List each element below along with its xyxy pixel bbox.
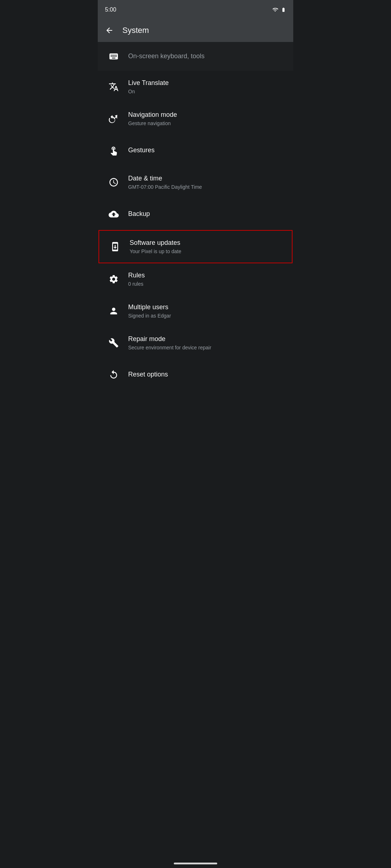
navigation-mode-item[interactable]: Navigation mode Gesture navigation [98,103,293,135]
repair-mode-item[interactable]: Repair mode Secure environment for devic… [98,327,293,359]
users-icon [105,302,122,320]
wifi-icon [272,7,279,13]
repair-icon [105,334,122,352]
live-translate-title: Live Translate [128,79,286,87]
backup-icon [105,205,122,223]
navigation-mode-icon [105,110,122,127]
translate-icon [105,78,122,95]
status-bar: 5:00 [98,0,293,19]
clock-icon [105,174,122,191]
reset-icon [105,366,122,383]
page-title: System [122,26,149,35]
gestures-item[interactable]: Gestures [98,135,293,166]
multiple-users-subtitle: Signed in as Edgar [128,312,286,319]
toolbar: System [98,19,293,42]
battery-icon [281,7,286,13]
partial-top-item[interactable]: On-screen keyboard, tools [98,42,293,71]
keyboard-icon [105,48,122,65]
rules-item[interactable]: Rules 0 rules [98,263,293,295]
backup-title: Backup [128,210,286,218]
back-icon [105,26,114,35]
gestures-title: Gestures [128,146,286,154]
software-update-icon [106,238,124,255]
settings-list: Live Translate On Navigation mode Gestur… [98,71,293,391]
software-updates-subtitle: Your Pixel is up to date [130,248,285,255]
multiple-users-title: Multiple users [128,303,286,311]
software-updates-title: Software updates [130,239,285,247]
back-button[interactable] [104,25,115,36]
date-time-subtitle: GMT-07:00 Pacific Daylight Time [128,184,286,190]
status-icons [272,7,286,13]
navigation-mode-title: Navigation mode [128,111,286,119]
backup-item[interactable]: Backup [98,198,293,230]
partial-item-title: On-screen keyboard, tools [128,52,205,60]
navigation-mode-subtitle: Gesture navigation [128,120,286,127]
software-updates-item[interactable]: Software updates Your Pixel is up to dat… [98,230,293,263]
rules-subtitle: 0 rules [128,281,286,287]
rules-icon [105,271,122,288]
gestures-icon [105,142,122,159]
repair-mode-title: Repair mode [128,335,286,343]
home-indicator [174,863,217,864]
live-translate-subtitle: On [128,88,286,95]
live-translate-item[interactable]: Live Translate On [98,71,293,103]
multiple-users-item[interactable]: Multiple users Signed in as Edgar [98,295,293,327]
reset-options-title: Reset options [128,370,286,379]
status-time: 5:00 [105,7,116,13]
date-time-title: Date & time [128,174,286,183]
rules-title: Rules [128,271,286,280]
repair-mode-subtitle: Secure environment for device repair [128,344,286,351]
date-time-item[interactable]: Date & time GMT-07:00 Pacific Daylight T… [98,166,293,198]
reset-options-item[interactable]: Reset options [98,359,293,391]
